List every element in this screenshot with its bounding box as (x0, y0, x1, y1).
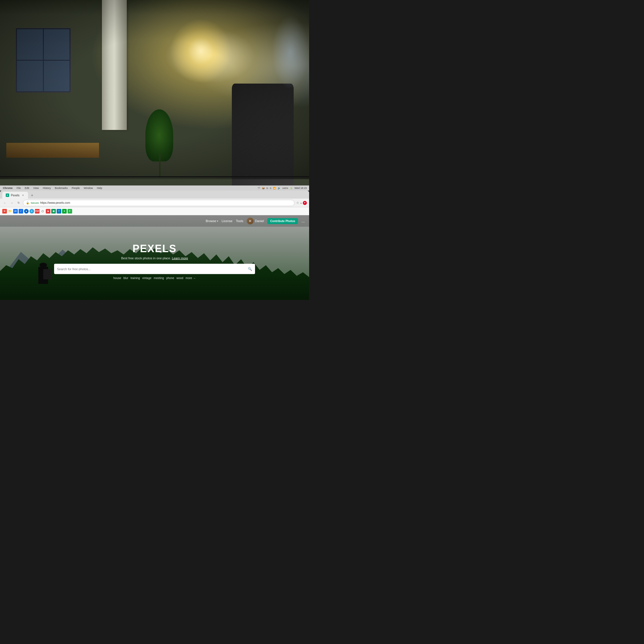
hero-subtitle: Best free stock photos in one place. Lea… (54, 256, 255, 260)
volume-icon: 🔊 (278, 187, 280, 189)
office-pillar (102, 0, 127, 130)
chrome-remote-icon: G (266, 187, 268, 189)
license-nav-item[interactable]: License (222, 219, 232, 223)
skype-icon: S (270, 187, 271, 189)
window-glow (170, 19, 232, 84)
circle-ext-icon[interactable]: ● (24, 209, 29, 214)
pinterest-icon[interactable]: P (303, 201, 307, 205)
gmail-ext-icon[interactable]: M (2, 209, 7, 214)
pexels-website: Browse ▾ License Tools D Daniel Contribu… (0, 215, 309, 307)
menu-help[interactable]: Help (96, 187, 103, 189)
wifi-icon: 📶 (273, 187, 276, 189)
pexels-hero: Browse ▾ License Tools D Daniel Contribu… (0, 215, 309, 307)
office-chair (232, 84, 294, 185)
new-tab-button[interactable]: + (29, 192, 35, 198)
secure-icon: 🔒 (26, 202, 29, 204)
pexels-logo: PEXELS (54, 243, 255, 255)
tag-meeting[interactable]: meeting (154, 276, 164, 280)
extensions-icon[interactable]: ⬥ (300, 202, 302, 204)
forward-button[interactable]: → (9, 200, 14, 206)
chrome-ext-icon[interactable]: ⬡ (40, 209, 45, 214)
tag-blur[interactable]: blur (123, 276, 128, 280)
menu-window[interactable]: Window (83, 187, 93, 189)
pexels-navbar: Browse ▾ License Tools D Daniel Contribu… (0, 215, 309, 227)
browser-window: P Pexels ✕ + ← → ↻ 🔒 Secure https://www.… (0, 191, 309, 309)
office-plant (136, 102, 182, 176)
url-display: https://www.pexels.com (40, 201, 70, 204)
address-bar[interactable]: 🔒 Secure https://www.pexels.com (23, 200, 295, 206)
toolbar-actions: ☆ ⬥ P (296, 201, 307, 205)
secure-label: Secure (31, 202, 39, 204)
tag-training[interactable]: training (131, 276, 140, 280)
menu-edit[interactable]: Edit (24, 187, 30, 189)
bookmark-icon[interactable]: ☆ (296, 201, 299, 205)
menu-view[interactable]: View (33, 187, 39, 189)
learn-more-link[interactable]: Learn more (172, 256, 188, 260)
tag-phone[interactable]: phone (166, 276, 174, 280)
reload-button[interactable]: ↻ (16, 200, 21, 206)
user-nav-item[interactable]: D Daniel (247, 218, 264, 224)
menu-bookmarks[interactable]: Bookmarks (54, 187, 68, 189)
telegram-icon[interactable]: ✈ (29, 209, 34, 214)
person-silhouette (31, 261, 56, 284)
office-table (6, 143, 99, 158)
yt-icon[interactable]: ▶ (46, 209, 50, 214)
search-input[interactable] (57, 267, 246, 271)
more-tags-button[interactable]: more → (185, 276, 196, 280)
search-icon: 🔍 (248, 267, 252, 271)
tag-vintage[interactable]: vintage (142, 276, 151, 280)
battery-percent: 100% (282, 187, 288, 189)
dropbox-icon: 📦 (262, 187, 265, 189)
tab-favicon: P (6, 193, 9, 197)
browse-nav-item[interactable]: Browse ▾ (206, 219, 218, 223)
time-display: Wed 16:15 (295, 187, 307, 189)
gdrive-ext-icon[interactable]: 📁 (8, 209, 12, 214)
browser-toolbar: ← → ↻ 🔒 Secure https://www.pexels.com ☆ … (0, 199, 309, 207)
back-button[interactable]: ← (2, 200, 7, 206)
evernote-icon[interactable]: E (62, 209, 67, 214)
mac-menubar: Chrome File Edit View History Bookmarks … (0, 185, 309, 191)
menu-chrome[interactable]: Chrome (2, 187, 13, 189)
todo-ext-icon[interactable]: ✓ (19, 209, 23, 214)
tag-house[interactable]: house (113, 276, 121, 280)
pdf-icon[interactable]: PDF (35, 209, 39, 214)
shield-icon: 🛡 (258, 187, 260, 189)
user-avatar: D (247, 218, 254, 224)
more-options-icon[interactable]: ... (301, 219, 305, 223)
tools-nav-item[interactable]: Tools (236, 219, 243, 223)
tag-wood[interactable]: wood (176, 276, 183, 280)
laptop-bezel-top (0, 176, 309, 177)
hero-content: PEXELS Best free stock photos in one pla… (54, 243, 255, 280)
menu-file[interactable]: File (16, 187, 21, 189)
office-background (0, 0, 309, 185)
battery-icon: 🔋 (290, 187, 293, 189)
sheets-icon[interactable]: ▦ (51, 209, 56, 214)
menubar-status-area: 🛡 📦 G S 📶 🔊 100% 🔋 Wed 16:15 (258, 187, 307, 189)
tab-close-button[interactable]: ✕ (21, 193, 25, 197)
feedly-icon[interactable]: F (68, 209, 72, 214)
window-glow-right (272, 15, 309, 89)
menu-people[interactable]: People (71, 187, 80, 189)
tab-bar: P Pexels ✕ + (0, 191, 309, 199)
active-tab[interactable]: P Pexels ✕ (2, 192, 28, 199)
contribute-photos-button[interactable]: Contribute Photos (267, 218, 298, 224)
suggestion-tags: house blur training vintage meeting phon… (54, 276, 255, 280)
search-bar[interactable]: 🔍 (54, 264, 255, 274)
username-display: Daniel (255, 219, 264, 223)
menu-history[interactable]: History (42, 187, 51, 189)
browse-chevron-icon: ▾ (217, 220, 218, 222)
laptop-bezel-bottom (0, 300, 309, 309)
calendar-ext-icon[interactable]: 20 (13, 209, 18, 214)
trello-icon[interactable]: T (57, 209, 61, 214)
office-window (15, 28, 71, 93)
tab-title: Pexels (11, 194, 19, 197)
extensions-row: M 📁 20 ✓ ● ✈ PDF ⬡ ▶ ▦ T E F (0, 207, 309, 215)
